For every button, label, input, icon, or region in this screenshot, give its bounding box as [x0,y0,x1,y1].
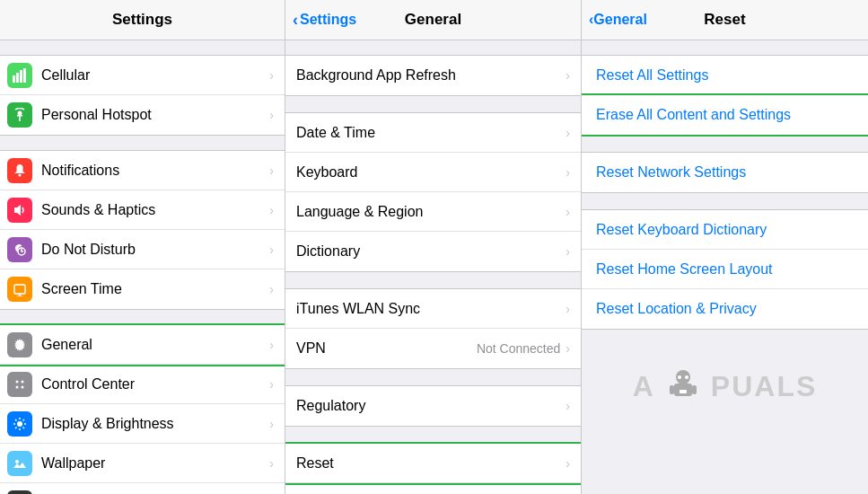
personal-hotspot-icon [7,102,32,128]
middle-title: General [405,11,461,29]
general-back-button[interactable]: ‹ Settings [293,11,356,30]
right-item-reset-location-privacy[interactable]: Reset Location & Privacy [582,289,868,329]
itunes-wlan-label: iTunes WLAN Sync [296,301,566,317]
control-center-label: Control Center [41,376,266,393]
middle-item-reset[interactable]: Reset › [285,444,581,483]
right-item-reset-network[interactable]: Reset Network Settings [582,153,868,192]
svg-point-15 [22,385,24,388]
right-group-2: Reset Network Settings [582,152,868,193]
keyboard-chevron: › [566,165,570,180]
middle-item-language-region[interactable]: Language & Region › [285,192,581,232]
sounds-label: Sounds & Haptics [41,202,266,218]
sidebar-item-cellular[interactable]: Cellular › [0,56,285,95]
middle-header: ‹ Settings General [285,0,581,40]
right-item-reset-home-screen[interactable]: Reset Home Screen Layout [582,250,868,289]
dictionary-label: Dictionary [296,243,566,260]
general-chevron: › [269,338,274,352]
middle-item-dictionary[interactable]: Dictionary › [285,232,581,271]
reset-home-screen-label: Reset Home Screen Layout [596,261,773,278]
middle-item-background-refresh[interactable]: Background App Refresh › [285,56,581,95]
wallpaper-icon [7,451,32,476]
vpn-chevron: › [566,341,570,356]
left-panel: Settings Cellular › Personal Hotspot › [0,0,285,494]
date-time-chevron: › [566,126,570,140]
personal-hotspot-chevron: › [269,108,274,122]
language-region-chevron: › [566,205,570,219]
sidebar-item-sounds-haptics[interactable]: Sounds & Haptics › [0,190,285,230]
sidebar-item-notifications[interactable]: Notifications › [0,151,285,190]
do-not-disturb-icon [7,237,32,262]
settings-list: Cellular › Personal Hotspot › No [0,40,285,494]
middle-group-5: Reset › Shut Down [285,443,581,494]
middle-list: Background App Refresh › Date & Time › K… [285,40,581,494]
background-refresh-chevron: › [566,68,570,83]
sidebar-item-personal-hotspot[interactable]: Personal Hotspot › [0,95,285,135]
middle-panel: ‹ Settings General Background App Refres… [285,0,582,494]
right-list: Reset All Settings Erase All Content and… [582,40,868,494]
sounds-chevron: › [269,203,274,217]
reset-back-label: General [593,12,647,28]
middle-item-itunes-wlan[interactable]: iTunes WLAN Sync › [285,289,581,329]
middle-item-regulatory[interactable]: Regulatory › [285,386,581,426]
right-item-reset-keyboard[interactable]: Reset Keyboard Dictionary [582,210,868,250]
middle-group-4: Regulatory › [285,385,581,427]
general-icon [7,332,32,357]
sidebar-item-general[interactable]: General › [0,325,285,365]
settings-group-1: Cellular › Personal Hotspot › [0,55,285,136]
left-header: Settings [0,0,285,40]
screen-time-chevron: › [269,282,274,296]
app-container: Settings Cellular › Personal Hotspot › [0,0,868,494]
cellular-chevron: › [269,68,274,83]
reset-keyboard-label: Reset Keyboard Dictionary [596,222,767,238]
middle-item-date-time[interactable]: Date & Time › [285,113,581,153]
right-group-3: Reset Keyboard Dictionary Reset Home Scr… [582,209,868,330]
sidebar-item-screen-time[interactable]: Screen Time › [0,269,285,309]
right-item-erase-all-content[interactable]: Erase All Content and Settings [582,95,868,135]
itunes-wlan-chevron: › [566,302,570,316]
regulatory-label: Regulatory [296,398,566,414]
watermark-area: A PUALS [582,346,868,427]
right-item-reset-all-settings[interactable]: Reset All Settings [582,56,868,95]
regulatory-chevron: › [566,399,570,413]
svg-line-21 [15,419,17,421]
svg-line-23 [23,419,25,421]
left-header-title: Settings [112,11,172,29]
middle-item-shut-down[interactable]: Shut Down [285,483,581,494]
date-time-label: Date & Time [296,125,566,141]
sounds-icon [7,198,32,223]
do-not-disturb-label: Do Not Disturb [41,242,266,258]
sidebar-item-display-brightness[interactable]: Display & Brightness › [0,404,285,444]
settings-group-3: General › Control Center › Display & Bri… [0,324,285,494]
notifications-chevron: › [269,163,274,178]
display-label: Display & Brightness [41,416,266,432]
svg-rect-3 [23,68,26,83]
sidebar-item-siri-search[interactable]: Siri & Search › [0,483,285,494]
middle-item-keyboard[interactable]: Keyboard › [285,153,581,192]
dictionary-chevron: › [566,244,570,259]
screen-time-label: Screen Time [41,281,266,297]
screen-time-icon [7,277,32,302]
sidebar-item-do-not-disturb[interactable]: Do Not Disturb › [0,230,285,269]
svg-line-22 [23,427,25,428]
control-center-chevron: › [269,377,274,392]
watermark-puals: PUALS [711,370,817,403]
vpn-value: Not Connected [477,341,560,356]
middle-item-vpn[interactable]: VPN Not Connected › [285,329,581,368]
right-header: ‹ General Reset [582,0,868,40]
sidebar-item-control-center[interactable]: Control Center › [0,365,285,404]
sidebar-item-wallpaper[interactable]: Wallpaper › [0,444,285,483]
personal-hotspot-label: Personal Hotspot [41,107,266,123]
svg-point-33 [678,375,681,379]
reset-chevron: › [566,456,570,471]
watermark: A PUALS [633,364,818,409]
svg-point-25 [15,460,19,463]
watermark-robot-icon [661,364,706,409]
control-center-icon [7,372,32,397]
svg-point-6 [19,173,22,176]
reset-label: Reset [296,455,566,472]
notifications-label: Notifications [41,163,266,179]
siri-icon [7,490,32,495]
display-chevron: › [269,417,274,431]
reset-back-button[interactable]: ‹ General [589,12,647,28]
svg-point-16 [17,421,22,427]
